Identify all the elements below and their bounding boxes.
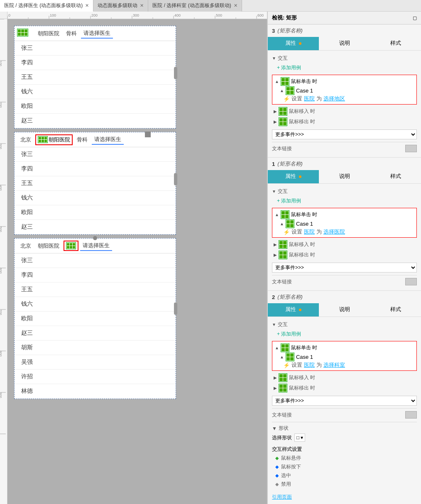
section-1-num: 1 — [272, 161, 275, 167]
action-value-2[interactable]: 选择科室 — [323, 361, 345, 369]
list-item[interactable]: 王五 — [15, 282, 176, 297]
frame1-nav-doctor[interactable]: 请选择医生 — [81, 29, 113, 39]
list-item[interactable]: 钱六 — [15, 191, 176, 205]
section-2-tab-style[interactable]: 样式 — [370, 303, 421, 317]
section-1-more-events[interactable]: 更多事件>>> — [272, 263, 417, 273]
canvas-scroll[interactable]: 朝阳医院 骨科 请选择医生 张三 李四 王五 钱六 欧阳 赵三 — [7, 19, 267, 504]
section-3-tab-desc[interactable]: 说明 — [319, 37, 370, 50]
section-3-mouse-enter[interactable]: ▶ 鼠标移入 时 — [272, 106, 417, 117]
list-item[interactable]: 张三 — [15, 147, 176, 162]
section-3-tab-properties[interactable]: 属性 — [268, 37, 319, 50]
tab-2-close[interactable]: ✕ — [234, 3, 237, 8]
list-item[interactable]: 林德 — [15, 384, 176, 399]
section-1-mouse-enter[interactable]: ▶ 鼠标移入 时 — [272, 239, 417, 250]
list-item[interactable]: 张三 — [15, 253, 176, 268]
section-3-add-usecase[interactable]: + 添加用例 — [272, 63, 417, 73]
frame2-nav-doctor[interactable]: 请选择医生 — [92, 135, 124, 145]
section-1-tab-desc[interactable]: 说明 — [319, 170, 370, 183]
section-2-mouse-leave[interactable]: ▶ 鼠标移出 时 — [272, 383, 417, 393]
list-item[interactable]: 吴强 — [15, 355, 176, 370]
more-events-select-2[interactable]: 更多事件>>> — [272, 396, 417, 406]
frame1-nav-dept[interactable]: 骨科 — [64, 29, 79, 38]
inspector-collapse-icon[interactable]: ▢ — [413, 15, 417, 21]
mouse-enter-label-2: 鼠标移入 时 — [289, 374, 315, 381]
frame2-connector — [145, 131, 151, 137]
style-mouse-down[interactable]: ◆ 鼠标按下 — [272, 463, 417, 471]
scroll-handle-1[interactable] — [174, 67, 177, 79]
style-hover-label[interactable]: 鼠标悬停 — [281, 455, 301, 462]
list-item[interactable]: 赵三 — [15, 114, 176, 128]
style-disabled-label[interactable]: 禁用 — [281, 481, 291, 488]
section-1-tab-properties[interactable]: 属性 — [268, 170, 319, 183]
action-target-2[interactable]: 医院 — [304, 361, 315, 369]
tab-0-close[interactable]: ✕ — [85, 3, 89, 8]
scroll-handle-2[interactable] — [174, 173, 177, 185]
tab-2[interactable]: 医院 / 选择科室 (动态面板多级联动) ✕ — [148, 0, 242, 12]
list-item[interactable]: 赵三 — [15, 220, 176, 234]
frame2-nav-dept[interactable]: 骨科 — [74, 135, 90, 144]
action-value[interactable]: 选择地区 — [323, 95, 345, 102]
section-3-tab-style[interactable]: 样式 — [370, 37, 421, 50]
frame3-nav-hospital[interactable]: 朝阳医院 — [35, 241, 62, 251]
list-item[interactable]: 张三 — [15, 41, 176, 56]
style-disabled[interactable]: ◆ 禁用 — [272, 480, 417, 489]
tab-1[interactable]: 动态面板多级联动 ✕ — [93, 0, 148, 12]
section-2-more-events[interactable]: 更多事件>>> — [272, 396, 417, 406]
scroll-handle-3[interactable] — [174, 302, 177, 315]
section-1-add-usecase[interactable]: + 添加用例 — [272, 197, 417, 206]
frame1-nav-hospital[interactable]: 朝阳医院 — [35, 29, 62, 38]
svg-text:600: 600 — [0, 268, 2, 274]
frame-2: 北京 朝阳医院 骨科 请选择医生 张三 — [14, 132, 176, 235]
section-2-add-usecase[interactable]: + 添加用例 — [272, 330, 417, 339]
tab-1-label: 动态面板多级联动 — [98, 2, 137, 9]
action-target[interactable]: 医院 — [304, 95, 315, 102]
more-events-select-1[interactable]: 更多事件>>> — [272, 263, 417, 273]
frame2-nav-city[interactable]: 北京 — [18, 135, 34, 144]
section-2-tab-properties[interactable]: 属性 — [268, 303, 319, 317]
list-item[interactable]: 钱六 — [15, 85, 176, 99]
list-item[interactable]: 李四 — [15, 268, 176, 282]
section-1-tab-style[interactable]: 样式 — [370, 170, 421, 183]
tab-1-close[interactable]: ✕ — [140, 3, 144, 8]
text-link-btn-2[interactable] — [405, 411, 417, 419]
section-3-more-events[interactable]: 更多事件>>> — [272, 129, 417, 139]
section-2-event-expand[interactable]: ▲ 鼠标单击 时 — [275, 343, 414, 353]
action-value-1[interactable]: 选择医院 — [323, 228, 345, 236]
tab-0[interactable]: 医院 / 选择医生 (动态面板多级联动) ✕ — [0, 0, 93, 12]
more-events-select-3[interactable]: 更多事件>>> — [272, 129, 417, 139]
style-down-label[interactable]: 鼠标按下 — [281, 463, 301, 470]
section-2-header: 2 (矩形名称) — [268, 291, 421, 303]
ref-page[interactable]: 引用页面 — [272, 492, 417, 502]
frame3-nav-doctor[interactable]: 请选择医生 — [80, 241, 112, 251]
list-item[interactable]: 王五 — [15, 176, 176, 191]
list-item[interactable]: 许招 — [15, 370, 176, 384]
section-3-event-expand[interactable]: ▲ 鼠标单击 时 — [275, 77, 414, 86]
list-item[interactable]: 钱六 — [15, 297, 176, 312]
frame3-nav-dept-widget[interactable] — [64, 241, 78, 251]
text-link-btn-1[interactable] — [405, 278, 417, 285]
style-mouse-hover[interactable]: ◆ 鼠标悬停 — [272, 454, 417, 463]
list-item[interactable]: 胡斯 — [15, 341, 176, 355]
style-selected-label[interactable]: 选中 — [281, 472, 291, 479]
shape-select-dropdown[interactable]: □ ▾ — [294, 433, 305, 442]
style-selected[interactable]: ◆ 选中 — [272, 471, 417, 480]
section-1-event-expand[interactable]: ▲ 鼠标单击 时 — [275, 210, 414, 219]
list-item[interactable]: 欧阳 — [15, 312, 176, 326]
list-item[interactable]: 李四 — [15, 56, 176, 70]
section-3-mouse-leave[interactable]: ▶ 鼠标移出 时 — [272, 117, 417, 127]
list-item[interactable]: 欧阳 — [15, 205, 176, 220]
dropdown-arrow: ▾ — [301, 435, 303, 441]
ruler-vertical: 0 100 200 300 400 500 600 700 80 — [0, 19, 7, 504]
list-item[interactable]: 王五 — [15, 70, 176, 85]
section-2-mouse-enter[interactable]: ▶ 鼠标移入 时 — [272, 373, 417, 383]
list-item[interactable]: 欧阳 — [15, 99, 176, 114]
frame2-nav-hospital-widget[interactable]: 朝阳医院 — [35, 134, 73, 145]
frame3-nav-city[interactable]: 北京 — [18, 241, 34, 251]
action-target-1[interactable]: 医院 — [304, 228, 315, 236]
list-item[interactable]: 李四 — [15, 162, 176, 176]
text-link-btn-3[interactable] — [405, 145, 417, 152]
section-2-tab-desc[interactable]: 说明 — [319, 303, 370, 317]
frame1-widget-top — [14, 25, 26, 38]
list-item[interactable]: 赵三 — [15, 326, 176, 341]
section-1-mouse-leave[interactable]: ▶ 鼠标移出 时 — [272, 250, 417, 260]
